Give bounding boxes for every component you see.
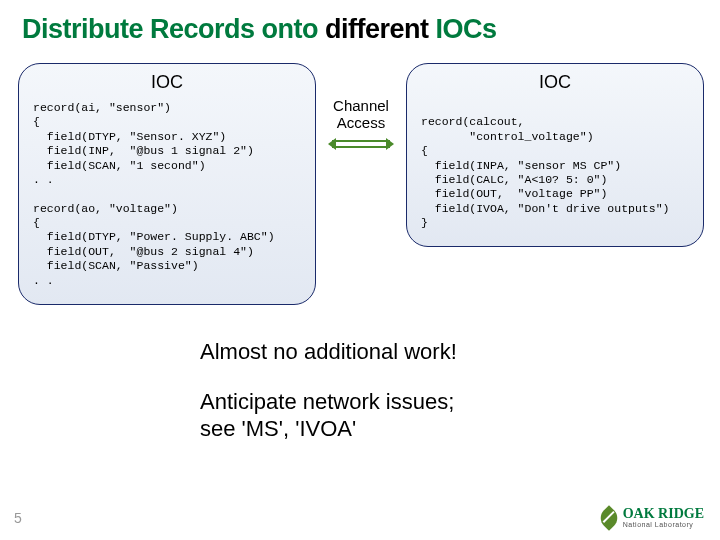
title-part1: Distribute Records onto: [22, 14, 325, 44]
channel-access: Channel Access: [322, 63, 400, 152]
ioc-left-code: record(ai, "sensor") { field(DTYP, "Sens…: [33, 101, 301, 288]
page-number: 5: [14, 510, 22, 526]
remark-1: Almost no additional work!: [200, 339, 720, 365]
leaf-icon: [596, 505, 621, 530]
oak-ridge-logo: OAK RIDGE National Laboratory: [600, 507, 704, 528]
remark-2: Anticipate network issues; see 'MS', 'IV…: [200, 389, 720, 442]
slide-title: Distribute Records onto different IOCs: [0, 0, 720, 45]
channel-label: Channel Access: [322, 97, 400, 132]
title-part3: IOCs: [429, 14, 497, 44]
ioc-right-code: record(calcout, "control_voltage") { fie…: [421, 101, 689, 230]
ioc-box-right: IOC record(calcout, "control_voltage") {…: [406, 63, 704, 247]
title-part2: different: [325, 14, 429, 44]
double-arrow-icon: [322, 136, 400, 152]
logo-sub: National Laboratory: [623, 521, 704, 528]
logo-text: OAK RIDGE National Laboratory: [623, 507, 704, 528]
content-row: IOC record(ai, "sensor") { field(DTYP, "…: [0, 45, 720, 305]
ioc-right-heading: IOC: [421, 72, 689, 93]
ioc-left-heading: IOC: [33, 72, 301, 93]
svg-marker-3: [386, 138, 394, 150]
logo-main: OAK RIDGE: [623, 507, 704, 521]
svg-marker-2: [328, 138, 336, 150]
remarks: Almost no additional work! Anticipate ne…: [0, 305, 720, 442]
ioc-box-left: IOC record(ai, "sensor") { field(DTYP, "…: [18, 63, 316, 305]
